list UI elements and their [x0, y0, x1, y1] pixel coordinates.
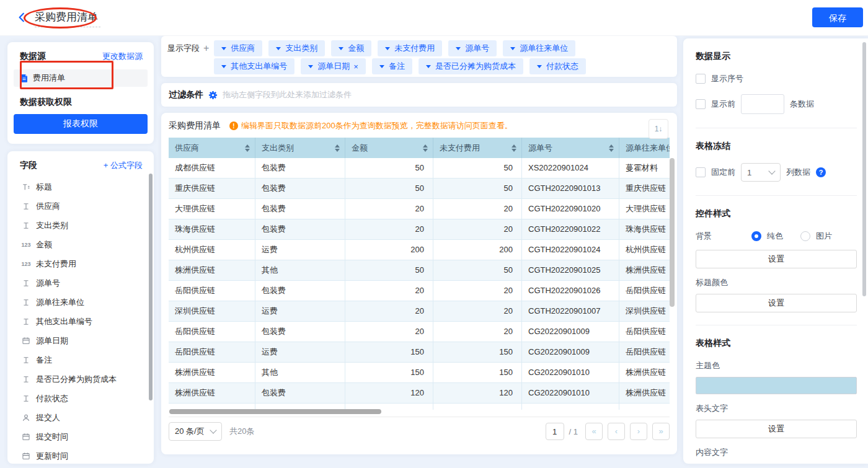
- last-page-button[interactable]: »: [652, 423, 670, 440]
- display-field-chip[interactable]: 源单日期×: [301, 58, 366, 74]
- field-item-label: 金额: [36, 239, 52, 250]
- first-page-button[interactable]: «: [585, 423, 603, 440]
- field-item[interactable]: 源单号: [7, 273, 154, 293]
- table-row[interactable]: 株洲供应链其他150150CG20220901010株洲供应链: [169, 363, 670, 383]
- title-color-set-button[interactable]: 设置: [696, 294, 857, 312]
- table-cell: 包装费: [255, 281, 345, 301]
- sort-order-icon[interactable]: 1↓: [649, 119, 668, 139]
- column-header[interactable]: 金额: [345, 138, 433, 158]
- field-item[interactable]: 付款状态: [7, 389, 154, 408]
- field-item[interactable]: 123未支付费用: [7, 254, 154, 273]
- show-first-checkbox[interactable]: [696, 99, 706, 109]
- display-field-chip[interactable]: 支出类别: [268, 40, 325, 56]
- settings-vertical-scrollbar[interactable]: [862, 42, 866, 296]
- table-row[interactable]: 岳阳供应链运费150150CG20220901009岳阳供应链: [169, 342, 670, 363]
- change-datasource-link[interactable]: 更改数据源: [102, 51, 143, 62]
- show-first-label: 显示前: [711, 99, 735, 110]
- datasource-panel-head: 数据源 更改数据源: [7, 42, 154, 62]
- table-cell: 蔓霍材料: [619, 158, 670, 179]
- table-cell: 株洲供应链: [169, 383, 255, 404]
- header-text-set-button[interactable]: 设置: [696, 420, 857, 438]
- page-of-label: / 1: [569, 427, 578, 436]
- display-field-chip[interactable]: 付款状态: [529, 58, 586, 74]
- page-nav-buttons: «‹›»: [585, 423, 670, 440]
- display-field-chip[interactable]: 源单往来单位: [503, 40, 575, 56]
- page-title[interactable]: 采购费用清单: [35, 10, 98, 24]
- display-field-chip[interactable]: 是否已分摊为购货成本: [418, 58, 523, 74]
- column-header[interactable]: 未支付费用: [433, 138, 522, 158]
- sort-toggle-icon[interactable]: [335, 144, 340, 152]
- sort-toggle-icon[interactable]: [512, 144, 516, 152]
- table-cell: 包装费: [255, 158, 345, 179]
- table-row[interactable]: 岳阳供应链包装费2020CGTH20220901026岳阳供应链: [169, 281, 670, 301]
- sort-asc-icon: [245, 144, 250, 148]
- display-field-chip[interactable]: 源单号: [448, 40, 497, 56]
- field-item[interactable]: 源单日期: [7, 331, 154, 350]
- field-item[interactable]: 其他支出单编号: [7, 312, 154, 331]
- display-field-chip[interactable]: 供应商: [214, 40, 262, 56]
- close-icon[interactable]: ×: [353, 62, 358, 71]
- datasource-item[interactable]: 费用清单: [14, 69, 148, 87]
- sort-toggle-icon[interactable]: [609, 144, 614, 152]
- display-field-chip[interactable]: 备注: [372, 58, 412, 74]
- table-row[interactable]: 大理供应链包装费2020CGTH20220901020大理供应链: [169, 199, 670, 219]
- field-item[interactable]: 标题: [7, 177, 154, 196]
- table-row[interactable]: 株洲供应链包装费120120CG20220901010株洲供应链: [169, 383, 670, 404]
- table-horizontal-scrollbar[interactable]: [169, 409, 381, 414]
- settings-panel: 数据显示 显示序号 显示前 条数据 表格冻结 固定前 1 列数据 ? 控件样式 …: [683, 38, 868, 464]
- table-row[interactable]: 株洲供应链其他5050CGTH20220901025株洲供应链: [169, 260, 670, 281]
- filter-bar[interactable]: 过滤条件 拖动左侧字段到此处来添加过滤条件: [161, 83, 677, 107]
- table-vertical-scrollbar[interactable]: [670, 158, 675, 307]
- chevron-down-icon: [210, 426, 216, 433]
- field-item[interactable]: 支出类别: [7, 216, 154, 235]
- display-field-chip[interactable]: 其他支出单编号: [214, 58, 294, 74]
- table-row[interactable]: 珠海供应链包装费2020CGTH20220901022珠海供应链: [169, 219, 670, 240]
- fields-vertical-scrollbar[interactable]: [149, 174, 153, 400]
- table-cell: 120: [345, 383, 433, 404]
- field-item[interactable]: 更新时间: [7, 446, 154, 464]
- table-cell: 株洲供应链: [619, 383, 670, 404]
- table-row[interactable]: 杭州供应链运费200200CGTH20220901024杭州供应链: [169, 240, 670, 260]
- background-set-button[interactable]: 设置: [696, 250, 857, 268]
- field-item[interactable]: 123金额: [7, 235, 154, 254]
- show-first-row: 显示前 条数据: [696, 94, 857, 114]
- table-row[interactable]: 岳阳供应链包装费2020CG20220901009岳阳供应链: [169, 322, 670, 342]
- display-field-chip[interactable]: 金额: [331, 40, 371, 56]
- gear-icon[interactable]: [208, 91, 218, 100]
- show-first-input[interactable]: [741, 94, 784, 114]
- table-row[interactable]: 深圳供应链运费2020CGTH20220901007深圳供应链: [169, 301, 670, 322]
- image-radio[interactable]: [800, 231, 810, 241]
- pagination-controls: / 1 «‹›»: [546, 423, 670, 440]
- solid-color-radio[interactable]: [751, 231, 761, 241]
- theme-color-swatch[interactable]: [696, 377, 857, 394]
- column-header[interactable]: 源单往来单位: [619, 138, 670, 158]
- save-button[interactable]: 保存: [812, 7, 863, 27]
- show-index-checkbox[interactable]: [696, 74, 706, 84]
- field-item[interactable]: 备注: [7, 350, 154, 369]
- back-icon[interactable]: [16, 12, 27, 23]
- field-item[interactable]: 源单往来单位: [7, 293, 154, 312]
- freeze-count-select[interactable]: 1: [741, 163, 781, 182]
- report-permission-button[interactable]: 报表权限: [14, 114, 148, 134]
- help-icon[interactable]: ?: [816, 167, 826, 177]
- column-header[interactable]: 源单号: [522, 138, 619, 158]
- sort-toggle-icon[interactable]: [245, 144, 250, 152]
- next-page-button[interactable]: ›: [630, 423, 647, 440]
- sort-desc-icon: [245, 149, 250, 152]
- field-item[interactable]: 提交时间: [7, 427, 154, 446]
- freeze-checkbox[interactable]: [696, 167, 706, 177]
- page-number-input[interactable]: [546, 423, 564, 440]
- table-row[interactable]: 成都供应链包装费5050XS20220901024蔓霍材料: [169, 158, 670, 179]
- field-item[interactable]: 供应商: [7, 196, 154, 216]
- column-header[interactable]: 供应商: [169, 138, 255, 158]
- page-size-select[interactable]: 20 条/页: [169, 422, 222, 441]
- prev-page-button[interactable]: ‹: [608, 423, 625, 440]
- column-header[interactable]: 支出类别: [255, 138, 345, 158]
- field-item[interactable]: 是否已分摊为购货成本: [7, 369, 154, 389]
- add-formula-field-link[interactable]: + 公式字段: [104, 160, 143, 171]
- table-row[interactable]: 重庆供应链包装费5050CGTH20220901013重庆供应链: [169, 179, 670, 199]
- field-item[interactable]: 提交人: [7, 408, 154, 427]
- sort-toggle-icon[interactable]: [423, 144, 428, 152]
- display-field-chip[interactable]: 未支付费用: [378, 40, 442, 56]
- add-display-field-button[interactable]: +: [203, 43, 209, 54]
